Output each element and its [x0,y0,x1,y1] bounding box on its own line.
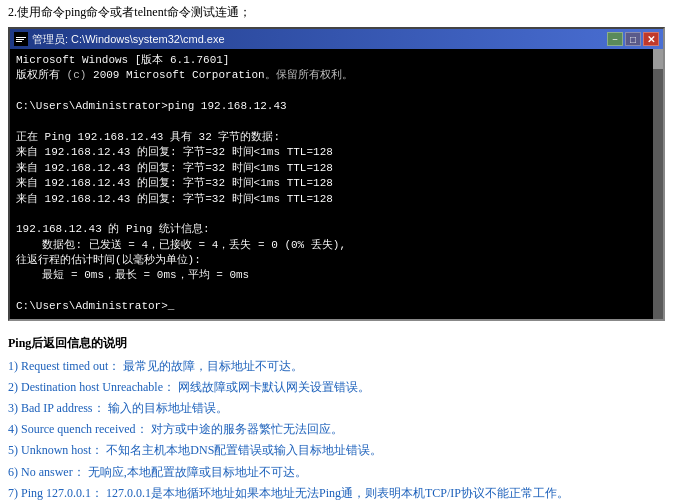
cmd-window-buttons: − □ ✕ [607,32,659,46]
cmd-window: 管理员: C:\Windows\system32\cmd.exe − □ ✕ M… [8,27,665,321]
list-item: 5) Unknown host： 不知名主机本地DNS配置错误或输入目标地址错误… [8,440,665,461]
list-item: 1) Request timed out： 最常见的故障，目标地址不可达。 [8,356,665,377]
maximize-button[interactable]: □ [625,32,641,46]
item-label: Source quench received： [21,422,148,436]
item-num: 3) [8,401,18,415]
svg-rect-2 [16,39,24,40]
item-text: 不知名主机本地DNS配置错误或输入目标地址错误。 [106,443,382,457]
svg-rect-1 [16,37,26,38]
item-text: 网线故障或网卡默认网关设置错误。 [178,380,370,394]
item-num: 7) [8,486,18,500]
list-item: 4) Source quench received： 对方或中途的服务器繁忙无法… [8,419,665,440]
cmd-line-rtt-label: 往返行程的估计时间(以毫秒为单位): [16,253,647,268]
scrollbar-thumb[interactable] [653,49,663,69]
list-item: 3) Bad IP address： 输入的目标地址错误。 [8,398,665,419]
cmd-line-prompt1: C:\Users\Administrator>ping 192.168.12.4… [16,99,647,114]
cmd-line-reply2: 来自 192.168.12.43 的回复: 字节=32 时间<1ms TTL=1… [16,161,647,176]
item-label: Ping 127.0.0.1： [21,486,103,500]
list-item: 2) Destination host Unreachable： 网线故障或网卡… [8,377,665,398]
ping-info-section: Ping后返回信息的说明 1) Request timed out： 最常见的故… [0,329,673,500]
item-text: 127.0.0.1是本地循环地址如果本地址无法Ping通，则表明本机TCP/IP… [106,486,569,500]
close-button[interactable]: ✕ [643,32,659,46]
item-num: 1) [8,359,18,373]
item-text: 对方或中途的服务器繁忙无法回应。 [151,422,343,436]
item-text: 无响应,本地配置故障或目标地址不可达。 [88,465,307,479]
item-num: 5) [8,443,18,457]
cmd-line-blank2 [16,115,647,130]
item-text: 最常见的故障，目标地址不可达。 [123,359,303,373]
cmd-line-stats-title: 192.168.12.43 的 Ping 统计信息: [16,222,647,237]
item-label: No answer： [21,465,85,479]
cmd-icon [14,32,28,46]
cmd-titlebar: 管理员: C:\Windows\system32\cmd.exe − □ ✕ [10,29,663,49]
ping-info-list: 1) Request timed out： 最常见的故障，目标地址不可达。 2)… [8,356,665,500]
item-text: 输入的目标地址错误。 [108,401,228,415]
svg-rect-3 [16,41,22,42]
item-label: Bad IP address： [21,401,105,415]
cmd-line-blank4 [16,284,647,299]
cmd-line-blank1 [16,84,647,99]
item-num: 2) [8,380,18,394]
scrollbar[interactable] [653,49,663,319]
item-label: Unknown host： [21,443,103,457]
cmd-outer-border: 管理员: C:\Windows\system32\cmd.exe − □ ✕ M… [8,27,665,321]
cmd-line-1: Microsoft Windows [版本 6.1.7601] [16,53,647,68]
item-num: 6) [8,465,18,479]
minimize-button[interactable]: − [607,32,623,46]
list-item: 7) Ping 127.0.0.1： 127.0.0.1是本地循环地址如果本地址… [8,483,665,500]
cmd-line-reply1: 来自 192.168.12.43 的回复: 字节=32 时间<1ms TTL=1… [16,145,647,160]
item-label: Destination host Unreachable： [21,380,175,394]
cmd-title: 管理员: C:\Windows\system32\cmd.exe [32,32,225,47]
ping-info-title: Ping后返回信息的说明 [8,335,665,352]
cmd-line-reply3: 来自 192.168.12.43 的回复: 字节=32 时间<1ms TTL=1… [16,176,647,191]
item-num: 4) [8,422,18,436]
instruction-text: 2.使用命令ping命令或者telnent命令测试连通； [0,0,673,23]
cmd-line-2: 版权所有 (c) 2009 Microsoft Corporation。保留所有… [16,68,647,83]
cmd-titlebar-left: 管理员: C:\Windows\system32\cmd.exe [14,32,225,47]
cmd-line-rtt-values: 最短 = 0ms，最长 = 0ms，平均 = 0ms [16,268,647,283]
cmd-line-blank3 [16,207,647,222]
cmd-line-ping-start: 正在 Ping 192.168.12.43 具有 32 字节的数据: [16,130,647,145]
list-item: 6) No answer： 无响应,本地配置故障或目标地址不可达。 [8,462,665,483]
cmd-line-reply4: 来自 192.168.12.43 的回复: 字节=32 时间<1ms TTL=1… [16,192,647,207]
cmd-line-prompt2: C:\Users\Administrator>_ [16,299,647,314]
cmd-line-stats-packets: 数据包: 已发送 = 4，已接收 = 4，丢失 = 0 (0% 丢失), [16,238,647,253]
item-label: Request timed out： [21,359,120,373]
cmd-body: Microsoft Windows [版本 6.1.7601] 版权所有 (c)… [10,49,653,319]
